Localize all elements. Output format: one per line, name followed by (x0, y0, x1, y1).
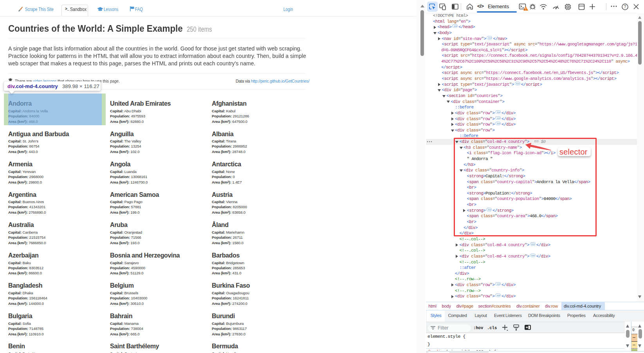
svg-text:?: ? (624, 5, 626, 9)
